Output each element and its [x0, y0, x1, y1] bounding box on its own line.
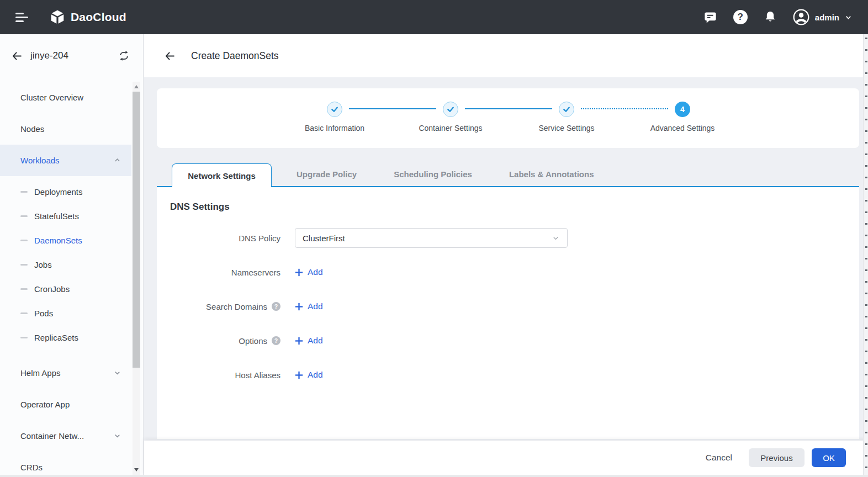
add-label: Add	[308, 301, 323, 311]
sidebar-item-operator-app[interactable]: Operator App	[0, 389, 131, 420]
back-icon[interactable]	[164, 50, 176, 62]
step-container-settings[interactable]: Container Settings	[393, 102, 509, 132]
step-label: Container Settings	[419, 124, 482, 132]
sidebar-item-label: Helm Apps	[20, 368, 61, 378]
messages-icon[interactable]	[703, 9, 718, 25]
help-icon[interactable]	[272, 302, 280, 311]
add-label: Add	[308, 267, 323, 277]
sidebar-item-crds[interactable]: CRDs	[0, 452, 131, 475]
sidebar-item-label: Deployments	[34, 187, 83, 197]
host-aliases-label: Host Aliases	[170, 370, 280, 380]
step-basic-information[interactable]: Basic Information	[277, 102, 393, 132]
top-navigation-bar: DaoCloud	[0, 0, 868, 34]
options-label: Options	[170, 336, 280, 346]
page-scrollbar[interactable]	[863, 34, 868, 475]
help-icon[interactable]	[733, 9, 748, 25]
add-option-button[interactable]: Add	[295, 336, 323, 346]
add-label: Add	[308, 336, 323, 346]
brand-name: DaoCloud	[71, 10, 126, 24]
tab-upgrade-policy[interactable]: Upgrade Policy	[284, 162, 369, 186]
app-window: DaoCloud	[0, 0, 868, 477]
step-check-icon	[559, 102, 574, 117]
section-title: DNS Settings	[170, 202, 846, 213]
sidebar-item-statefulsets[interactable]: StatefulSets	[0, 204, 131, 228]
switch-cluster-icon[interactable]	[118, 50, 130, 61]
dash-icon	[20, 312, 28, 314]
wizard-stepper: Basic Information Container Settings Ser…	[157, 88, 859, 148]
dash-icon	[20, 191, 28, 193]
sidebar-item-pods[interactable]: Pods	[0, 301, 131, 325]
sidebar: jinye-204 Cluster Overview Nodes Workloa…	[0, 34, 144, 475]
sidebar-item-nodes[interactable]: Nodes	[0, 113, 131, 145]
sidebar-item-label: ReplicaSets	[34, 333, 78, 342]
scroll-down-icon[interactable]	[134, 468, 139, 471]
settings-tabs: Network Settings Upgrade Policy Scheduli…	[157, 162, 859, 187]
avatar-icon	[792, 8, 810, 26]
sidebar-item-daemonsets[interactable]: DaemonSets	[0, 228, 131, 252]
dns-policy-label: DNS Policy	[170, 234, 280, 243]
scrollbar-thumb[interactable]	[133, 92, 140, 368]
sidebar-item-label: StatefulSets	[34, 211, 79, 221]
help-icon[interactable]	[272, 336, 280, 345]
network-settings-panel: DNS Settings DNS Policy ClusterFirst	[157, 187, 859, 439]
scroll-up-icon[interactable]	[134, 85, 139, 88]
sidebar-item-cronjobs[interactable]: CronJobs	[0, 277, 131, 301]
dash-icon	[20, 215, 28, 217]
sidebar-item-label: DaemonSets	[34, 236, 82, 245]
step-label: Service Settings	[538, 124, 594, 132]
main-content: Create DaemonSets Basic Information Con	[144, 34, 868, 475]
nameservers-row: Nameservers Add	[170, 262, 846, 282]
sidebar-item-cluster-overview[interactable]: Cluster Overview	[0, 82, 131, 113]
nameservers-label: Nameservers	[170, 268, 280, 277]
sidebar-item-container-network[interactable]: Container Netw...	[0, 420, 131, 452]
cancel-button[interactable]: Cancel	[706, 453, 732, 463]
step-check-icon	[443, 102, 458, 117]
dash-icon	[20, 264, 28, 266]
step-service-settings[interactable]: Service Settings	[509, 102, 624, 132]
step-label: Advanced Settings	[650, 124, 715, 132]
search-domains-row: Search Domains Add	[170, 296, 846, 316]
chevron-up-icon	[113, 156, 121, 165]
tab-scheduling-policies[interactable]: Scheduling Policies	[382, 162, 484, 186]
chevron-down-icon	[113, 369, 121, 377]
ok-button[interactable]: OK	[812, 448, 846, 467]
plus-icon	[295, 268, 303, 277]
daocloud-cube-icon	[50, 9, 65, 25]
sidebar-item-deployments[interactable]: Deployments	[0, 179, 131, 204]
add-host-alias-button[interactable]: Add	[295, 370, 323, 380]
username-label: admin	[815, 13, 839, 22]
dns-policy-select[interactable]: ClusterFirst	[295, 228, 568, 248]
step-advanced-settings[interactable]: 4 Advanced Settings	[624, 102, 740, 132]
back-icon[interactable]	[11, 50, 23, 62]
chevron-down-icon	[552, 234, 560, 242]
sidebar-item-jobs[interactable]: Jobs	[0, 252, 131, 277]
sidebar-scrollbar[interactable]	[133, 82, 140, 475]
cluster-name: jinye-204	[30, 50, 68, 61]
wizard-footer: Cancel Previous OK	[144, 441, 868, 475]
sidebar-item-workloads[interactable]: Workloads	[0, 145, 131, 176]
menu-hamburger-icon[interactable]	[15, 10, 29, 24]
previous-button[interactable]: Previous	[749, 448, 805, 467]
plus-icon	[295, 303, 303, 311]
add-search-domain-button[interactable]: Add	[295, 301, 323, 311]
sidebar-item-label: Operator App	[20, 400, 70, 409]
sidebar-header: jinye-204	[0, 34, 143, 77]
user-menu[interactable]: admin	[792, 8, 853, 26]
sidebar-item-label: Jobs	[34, 260, 52, 269]
tab-network-settings[interactable]: Network Settings	[172, 163, 272, 187]
brand-logo[interactable]: DaoCloud	[50, 9, 126, 25]
tab-labels-annotations[interactable]: Labels & Annotations	[497, 162, 606, 186]
add-nameserver-button[interactable]: Add	[295, 267, 323, 277]
sidebar-item-replicasets[interactable]: ReplicaSets	[0, 325, 131, 349]
horizontal-scrollbar[interactable]	[0, 475, 868, 477]
dns-policy-row: DNS Policy ClusterFirst	[170, 228, 846, 248]
sidebar-item-label: CronJobs	[34, 284, 70, 294]
sidebar-item-label: Nodes	[20, 124, 44, 134]
step-number: 4	[675, 102, 690, 117]
sidebar-item-label: Cluster Overview	[20, 93, 83, 102]
options-row: Options Add	[170, 331, 846, 351]
add-label: Add	[308, 370, 323, 380]
sidebar-item-label: CRDs	[20, 463, 43, 472]
notifications-bell-icon[interactable]	[763, 9, 778, 25]
sidebar-item-helm-apps[interactable]: Helm Apps	[0, 357, 131, 389]
